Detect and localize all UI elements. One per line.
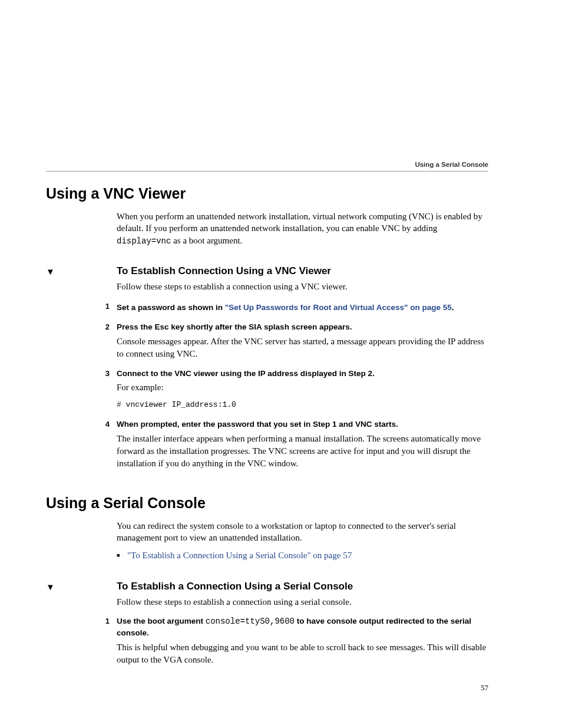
task-marker-icon: ▼ — [46, 582, 117, 592]
page: Using a Serial Console Using a VNC Viewe… — [0, 0, 562, 728]
header-rule — [46, 171, 488, 172]
step-lead-post: . — [452, 303, 454, 312]
intro-text-post: as a boot argument. — [171, 236, 242, 245]
step-paragraph: Console messages appear. After the VNC s… — [117, 335, 488, 360]
step-paragraph: This is helpful when debugging and you w… — [117, 641, 488, 666]
section-heading-serial: Using a Serial Console — [46, 495, 488, 512]
step-row: 3 Connect to the VNC viewer using the IP… — [46, 368, 488, 411]
page-number: 57 — [481, 683, 488, 693]
running-header: Using a Serial Console — [415, 161, 488, 168]
step-paragraph: For example: — [117, 381, 488, 394]
step-row: 2 Press the Esc key shortly after the SI… — [46, 322, 488, 360]
step-number: 1 — [46, 301, 117, 314]
task-heading-row-serial: ▼ To Establish a Connection Using a Seri… — [46, 581, 488, 592]
step-body: Press the Esc key shortly after the SIA … — [117, 322, 488, 360]
step-row: 1 Set a password as shown in "Set Up Pas… — [46, 301, 488, 314]
task-heading-vnc: To Establish Connection Using a VNC View… — [117, 265, 331, 277]
intro-code: display=vnc — [117, 236, 171, 246]
step-body: Use the boot argument console=ttyS0,9600… — [117, 616, 488, 666]
step-lead: Connect to the VNC viewer using the IP a… — [117, 368, 488, 380]
section-heading-vnc: Using a VNC Viewer — [46, 185, 488, 202]
content-area: Using a VNC Viewer When you perform an u… — [46, 185, 488, 666]
step-lead-code: console=ttyS0,9600 — [206, 617, 295, 626]
task-marker-icon: ▼ — [46, 267, 117, 277]
step-body: Set a password as shown in "Set Up Passw… — [117, 301, 488, 314]
step-row: 1 Use the boot argument console=ttyS0,96… — [46, 616, 488, 666]
step-row: 4 When prompted, enter the password that… — [46, 419, 488, 470]
task-heading-row-vnc: ▼ To Establish Connection Using a VNC Vi… — [46, 265, 488, 277]
xref-link[interactable]: "To Establish a Connection Using a Seria… — [127, 551, 352, 560]
task-lead-block: Follow these steps to establish a connec… — [117, 281, 488, 292]
list-item: "To Establish a Connection Using a Seria… — [127, 549, 488, 562]
task-lead-block: Follow these steps to establish a connec… — [117, 596, 488, 608]
step-paragraph: The installer interface appears when per… — [117, 433, 488, 470]
step-lead: Use the boot argument console=ttyS0,9600… — [117, 616, 488, 638]
section2-intro: You can redirect the system console to a… — [117, 520, 488, 544]
step-lead-pre: Set a password as shown in — [117, 303, 225, 312]
task-heading-serial: To Establish a Connection Using a Serial… — [117, 581, 353, 592]
code-line: # vncviewer IP_address:1.0 — [117, 400, 488, 410]
task-lead-vnc: Follow these steps to establish a connec… — [117, 281, 488, 292]
step-lead: Set a password as shown in "Set Up Passw… — [117, 303, 454, 312]
intro-text-pre: When you perform an unattended network i… — [117, 212, 482, 233]
task-lead-serial: Follow these steps to establish a connec… — [117, 596, 488, 608]
step-number: 2 — [46, 322, 117, 360]
step-number: 3 — [46, 368, 117, 411]
xref-link[interactable]: "Set Up Passwords for Root and Virtual A… — [225, 303, 452, 312]
section2-intro-block: You can redirect the system console to a… — [117, 520, 488, 562]
section1-intro: When you perform an unattended network i… — [117, 210, 488, 246]
step-number: 1 — [46, 616, 117, 666]
section1-intro-block: When you perform an unattended network i… — [117, 210, 488, 246]
step-lead: When prompted, enter the password that y… — [117, 419, 488, 430]
bullet-list: "To Establish a Connection Using a Seria… — [117, 549, 488, 562]
step-number: 4 — [46, 419, 117, 470]
step-body: When prompted, enter the password that y… — [117, 419, 488, 470]
step-lead-pre: Use the boot argument — [117, 617, 206, 625]
step-lead: Press the Esc key shortly after the SIA … — [117, 322, 488, 333]
step-body: Connect to the VNC viewer using the IP a… — [117, 368, 488, 411]
